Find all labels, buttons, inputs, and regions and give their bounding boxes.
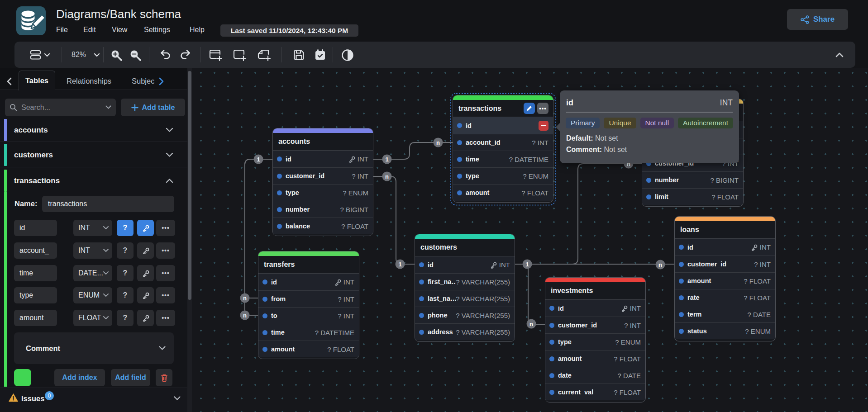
svg-text:n: n (243, 295, 247, 302)
svg-text:1: 1 (525, 261, 529, 268)
svg-text:1: 1 (257, 156, 260, 163)
svg-text:n: n (529, 321, 533, 327)
svg-text:n: n (243, 312, 247, 319)
svg-text:n: n (385, 173, 389, 180)
svg-text:n: n (436, 139, 440, 146)
svg-text:n: n (658, 261, 662, 268)
svg-text:1: 1 (385, 156, 388, 163)
svg-text:1: 1 (398, 261, 401, 268)
